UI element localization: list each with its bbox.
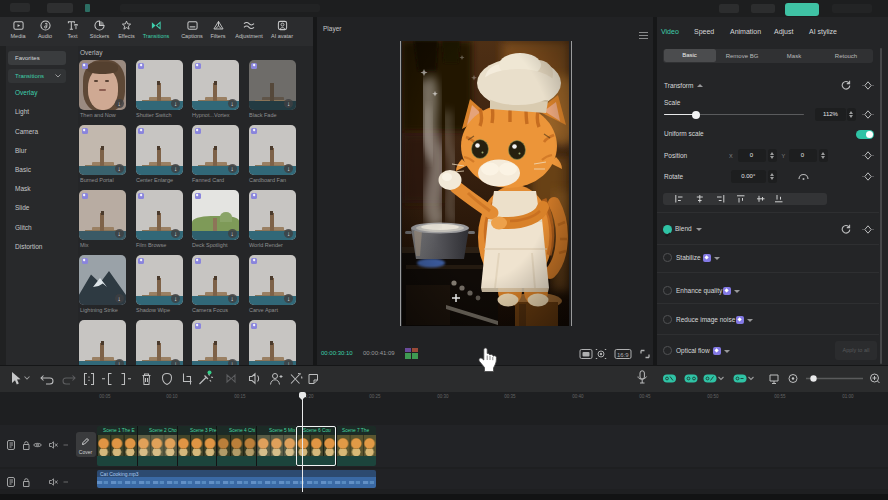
svg-text:16:9: 16:9 xyxy=(617,352,629,358)
